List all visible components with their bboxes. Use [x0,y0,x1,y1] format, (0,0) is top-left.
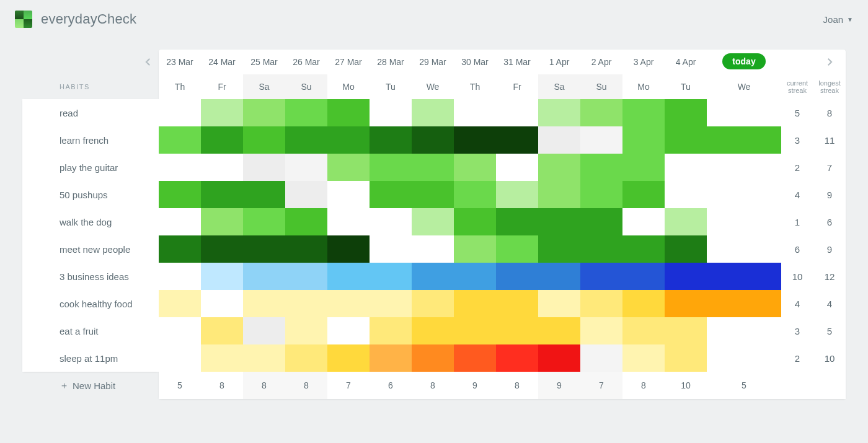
habit-day-cell[interactable] [622,235,665,263]
habit-name[interactable]: play the guitar [22,154,159,181]
habit-day-cell[interactable] [496,126,538,154]
habit-day-cell[interactable] [454,290,496,317]
habit-day-cell[interactable] [285,99,327,126]
habit-day-cell[interactable] [370,99,412,126]
habit-day-cell[interactable] [285,126,327,154]
habit-day-cell[interactable] [580,181,622,208]
habit-day-cell[interactable] [370,317,412,344]
habit-day-cell[interactable] [580,99,622,126]
habit-day-cell[interactable] [622,99,665,126]
habit-day-cell[interactable] [412,235,454,263]
habit-day-cell[interactable] [243,263,285,290]
habit-day-cell[interactable] [243,181,285,208]
habit-day-cell[interactable] [327,317,370,344]
habit-day-cell[interactable] [412,290,454,317]
habit-day-cell[interactable] [580,126,622,154]
habit-name[interactable]: read [22,99,159,126]
habit-day-cell[interactable] [159,290,201,317]
habit-day-cell[interactable] [370,344,412,372]
habit-day-cell[interactable] [496,208,538,235]
habit-day-cell[interactable] [496,181,538,208]
new-habit-button[interactable]: ＋New Habit [22,372,159,399]
habit-name[interactable]: 3 business ideas [22,263,159,290]
habit-name[interactable]: sleep at 11pm [22,344,159,372]
habit-today-cell[interactable] [707,208,781,235]
habit-day-cell[interactable] [665,99,707,126]
habit-day-cell[interactable] [622,208,665,235]
habit-day-cell[interactable] [327,290,370,317]
habit-day-cell[interactable] [622,317,665,344]
habit-day-cell[interactable] [538,208,580,235]
habit-day-cell[interactable] [159,99,201,126]
habit-day-cell[interactable] [580,263,622,290]
habit-day-cell[interactable] [327,126,370,154]
habit-day-cell[interactable] [412,126,454,154]
habit-day-cell[interactable] [412,154,454,181]
habit-day-cell[interactable] [285,208,327,235]
habit-day-cell[interactable] [538,99,580,126]
habit-day-cell[interactable] [243,154,285,181]
habit-day-cell[interactable] [285,290,327,317]
habit-day-cell[interactable] [412,263,454,290]
habit-day-cell[interactable] [370,208,412,235]
habit-day-cell[interactable] [201,263,243,290]
habit-day-cell[interactable] [159,208,201,235]
habit-day-cell[interactable] [580,344,622,372]
habit-day-cell[interactable] [285,344,327,372]
habit-day-cell[interactable] [496,263,538,290]
habit-day-cell[interactable] [538,290,580,317]
habit-day-cell[interactable] [201,154,243,181]
habit-day-cell[interactable] [243,235,285,263]
habit-day-cell[interactable] [285,235,327,263]
habit-day-cell[interactable] [327,181,370,208]
habit-day-cell[interactable] [622,344,665,372]
habit-day-cell[interactable] [580,235,622,263]
habit-day-cell[interactable] [201,181,243,208]
habit-day-cell[interactable] [159,317,201,344]
habit-today-cell[interactable] [707,99,781,126]
habit-day-cell[interactable] [327,99,370,126]
habit-day-cell[interactable] [622,290,665,317]
habit-day-cell[interactable] [159,235,201,263]
habit-name[interactable]: 50 pushups [22,181,159,208]
habit-day-cell[interactable] [201,317,243,344]
habit-name[interactable]: cook healthy food [22,290,159,317]
habit-day-cell[interactable] [285,181,327,208]
habit-day-cell[interactable] [538,154,580,181]
habit-day-cell[interactable] [454,154,496,181]
habit-day-cell[interactable] [285,154,327,181]
habit-day-cell[interactable] [243,208,285,235]
habit-day-cell[interactable] [454,99,496,126]
habit-day-cell[interactable] [159,126,201,154]
habit-day-cell[interactable] [580,154,622,181]
habit-today-cell[interactable] [707,235,781,263]
habit-day-cell[interactable] [201,290,243,317]
habit-day-cell[interactable] [454,181,496,208]
habit-today-cell[interactable] [707,154,781,181]
habit-day-cell[interactable] [538,317,580,344]
habit-day-cell[interactable] [454,126,496,154]
habit-day-cell[interactable] [454,344,496,372]
habit-day-cell[interactable] [496,290,538,317]
habit-today-cell[interactable] [707,344,781,372]
next-period-button[interactable] [813,50,846,74]
habit-day-cell[interactable] [412,181,454,208]
habit-day-cell[interactable] [370,126,412,154]
habit-day-cell[interactable] [496,317,538,344]
habit-day-cell[interactable] [454,235,496,263]
habit-day-cell[interactable] [159,344,201,372]
habit-day-cell[interactable] [622,126,665,154]
habit-day-cell[interactable] [285,317,327,344]
habit-day-cell[interactable] [327,235,370,263]
habit-day-cell[interactable] [370,181,412,208]
habit-day-cell[interactable] [412,317,454,344]
habit-day-cell[interactable] [243,290,285,317]
habit-day-cell[interactable] [243,344,285,372]
habit-day-cell[interactable] [327,154,370,181]
habit-day-cell[interactable] [412,344,454,372]
habit-day-cell[interactable] [538,344,580,372]
user-menu[interactable]: Joan ▼ [823,14,853,25]
habit-name[interactable]: walk the dog [22,208,159,235]
habit-day-cell[interactable] [327,208,370,235]
habit-day-cell[interactable] [496,154,538,181]
